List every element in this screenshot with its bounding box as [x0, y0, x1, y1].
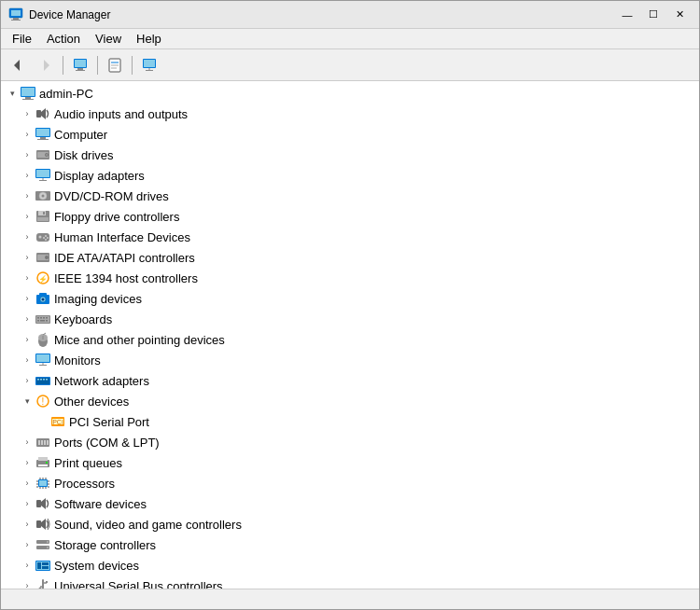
minimize-button[interactable]: — [615, 5, 639, 25]
monitor-button[interactable] [136, 52, 162, 78]
svg-rect-35 [39, 180, 47, 181]
expander[interactable]: › [20, 270, 35, 285]
list-item[interactable]: › System devices [1, 555, 699, 575]
maximize-button[interactable]: ☐ [641, 5, 665, 25]
list-item[interactable]: › Network adapters [1, 370, 699, 391]
menu-file[interactable]: File [5, 29, 39, 49]
list-item[interactable]: › Sound, video and game controllers [1, 514, 699, 534]
list-item[interactable]: › Storage controllers [1, 534, 699, 555]
menu-action[interactable]: Action [39, 29, 88, 49]
list-item[interactable]: ▾ ! Other devices [1, 391, 699, 411]
item-label: Disk drives [54, 148, 114, 162]
imaging-icon [35, 291, 51, 306]
properties-button[interactable] [102, 52, 128, 78]
svg-rect-119 [37, 562, 41, 569]
list-item[interactable]: › Disk drives [1, 145, 699, 165]
root-icon [20, 86, 36, 101]
list-item[interactable]: › Keyboards [1, 309, 699, 329]
list-item[interactable]: › Imaging devices [1, 288, 699, 309]
svg-point-38 [42, 195, 45, 198]
list-item[interactable]: › Human Interface Devices [1, 227, 699, 247]
item-label: Sound, video and game controllers [54, 518, 242, 532]
app-icon [8, 7, 23, 22]
list-item[interactable]: › PCI PCI Serial Port [1, 411, 699, 432]
expander[interactable]: › [20, 537, 35, 552]
list-item[interactable]: › Computer [1, 124, 699, 145]
svg-text:PCI: PCI [52, 419, 63, 425]
back-button[interactable] [5, 52, 31, 78]
list-item[interactable]: › Proces [1, 473, 699, 493]
svg-point-94 [46, 462, 48, 464]
close-button[interactable]: ✕ [667, 5, 692, 25]
status-bar [1, 589, 699, 609]
expander[interactable]: › [20, 127, 35, 142]
expander[interactable]: › [20, 496, 35, 511]
list-item[interactable]: › Mice and other pointing devices [1, 329, 699, 350]
item-label: Imaging devices [54, 292, 142, 306]
expander[interactable]: › [20, 455, 35, 470]
list-item[interactable]: › IDE ATA/ATAPI controllers [1, 247, 699, 268]
expander[interactable]: ▾ [20, 394, 35, 409]
svg-rect-79 [43, 379, 45, 381]
list-item[interactable]: › Ports (COM & LPT) [1, 432, 699, 452]
list-item[interactable]: › Universal Serial Bus controllers [1, 575, 699, 589]
expander[interactable]: › [20, 373, 35, 388]
forward-button[interactable] [33, 52, 59, 78]
svg-rect-120 [42, 562, 49, 565]
expander[interactable]: › [20, 229, 35, 244]
expander[interactable]: › [20, 312, 35, 326]
list-item[interactable]: › Software devices [1, 493, 699, 514]
item-label: IDE ATA/ATAPI controllers [54, 251, 195, 265]
root-label: admin-PC [39, 87, 93, 101]
svg-rect-87 [38, 440, 40, 445]
svg-rect-33 [36, 170, 49, 177]
expander[interactable]: › [20, 353, 35, 367]
tree-view[interactable]: ▾ admin-PC › Audio inputs [1, 81, 699, 589]
list-item[interactable]: › DVD/CD-ROM drives [1, 186, 699, 206]
ide-icon [35, 250, 51, 265]
expander[interactable]: › [20, 332, 35, 347]
item-label: Print queues [54, 456, 122, 470]
expander[interactable]: › [20, 558, 35, 573]
item-label: Audio inputs and outputs [54, 107, 188, 121]
system-icon [35, 558, 51, 573]
list-item[interactable]: › Monitors [1, 350, 699, 370]
item-label: Keyboards [54, 312, 112, 326]
expander[interactable]: › [20, 147, 35, 162]
expander[interactable]: › [20, 517, 35, 532]
svg-rect-63 [46, 317, 48, 319]
list-item[interactable]: › Floppy drive controllers [1, 206, 699, 227]
expander[interactable]: › [20, 188, 35, 203]
svg-point-44 [39, 236, 42, 239]
expander[interactable]: › [20, 209, 35, 224]
proc-icon [35, 476, 51, 491]
svg-rect-55 [39, 293, 47, 296]
expander[interactable]: › [20, 476, 35, 491]
list-item[interactable]: › Audio inputs and outputs [1, 104, 699, 124]
svg-rect-3 [11, 20, 21, 21]
svg-rect-21 [22, 99, 34, 100]
expander[interactable]: › [20, 250, 35, 265]
item-label: Processors [54, 477, 115, 491]
computer-button[interactable] [67, 52, 93, 78]
svg-rect-27 [37, 139, 49, 140]
expander[interactable]: › [20, 168, 35, 183]
svg-rect-72 [36, 354, 49, 362]
svg-rect-1 [11, 10, 21, 16]
svg-rect-62 [43, 317, 45, 319]
item-label: IEEE 1394 host controllers [54, 271, 198, 285]
expander[interactable]: › [20, 291, 35, 306]
toolbar-separator-2 [97, 56, 98, 75]
item-label: PCI Serial Port [69, 415, 149, 429]
expander[interactable]: › [20, 578, 35, 589]
list-item[interactable]: › Display adapters [1, 165, 699, 186]
svg-point-45 [45, 235, 47, 237]
expander[interactable]: › [20, 106, 35, 121]
tree-root[interactable]: ▾ admin-PC [1, 83, 699, 104]
expander[interactable]: › [20, 435, 35, 450]
list-item[interactable]: › ⚡ IEEE 1394 host controllers [1, 268, 699, 288]
menu-help[interactable]: Help [129, 29, 169, 49]
root-expander[interactable]: ▾ [5, 86, 20, 101]
list-item[interactable]: › Print queues [1, 452, 699, 473]
menu-view[interactable]: View [88, 29, 129, 49]
